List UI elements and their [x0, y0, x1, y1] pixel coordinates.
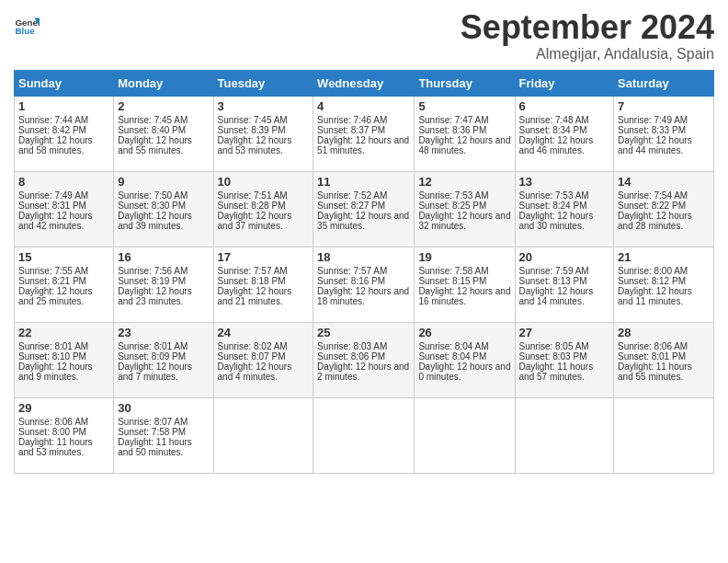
sunset: Sunset: 8:06 PM [317, 351, 385, 362]
sunrise: Sunrise: 8:01 AM [18, 341, 88, 351]
sunrise: Sunrise: 7:47 AM [418, 115, 488, 125]
sunset: Sunset: 8:25 PM [418, 201, 486, 211]
daylight: Daylight: 12 hours and 46 minutes. [519, 135, 594, 155]
sunrise: Sunrise: 7:58 AM [418, 266, 488, 276]
calendar-body: 1Sunrise: 7:44 AMSunset: 8:42 PMDaylight… [15, 96, 714, 473]
sunrise: Sunrise: 7:56 AM [118, 266, 188, 276]
logo: General Blue [14, 13, 40, 39]
sunset: Sunset: 8:07 PM [218, 351, 286, 362]
sunrise: Sunrise: 7:51 AM [218, 190, 288, 201]
day-number: 8 [18, 175, 109, 189]
sunset: Sunset: 8:24 PM [519, 201, 587, 211]
day-number: 15 [18, 250, 109, 264]
sunrise: Sunrise: 8:06 AM [618, 341, 688, 351]
calendar-cell: 10Sunrise: 7:51 AMSunset: 8:28 PMDayligh… [213, 171, 313, 247]
sunrise: Sunrise: 7:48 AM [519, 115, 589, 125]
daylight: Daylight: 12 hours and 7 minutes. [118, 362, 192, 382]
day-number: 17 [218, 250, 310, 264]
day-number: 25 [317, 326, 410, 339]
sunset: Sunset: 8:27 PM [317, 201, 385, 211]
sunset: Sunset: 8:42 PM [18, 125, 86, 135]
day-number: 21 [618, 250, 710, 264]
daylight: Daylight: 12 hours and 28 minutes. [618, 211, 692, 231]
daylight: Daylight: 12 hours and 58 minutes. [18, 135, 93, 155]
daylight: Daylight: 12 hours and 39 minutes. [118, 211, 192, 231]
sunrise: Sunrise: 8:01 AM [118, 341, 188, 351]
sunrise: Sunrise: 8:04 AM [418, 341, 488, 351]
day-number: 2 [118, 99, 209, 113]
daylight: Daylight: 11 hours and 50 minutes. [118, 437, 192, 457]
calendar-cell: 9Sunrise: 7:50 AMSunset: 8:30 PMDaylight… [114, 171, 213, 247]
sunset: Sunset: 8:03 PM [519, 351, 587, 362]
day-number: 18 [317, 250, 410, 264]
day-number: 23 [118, 326, 209, 339]
calendar-row: 29Sunrise: 8:06 AMSunset: 8:00 PMDayligh… [15, 397, 714, 473]
sunset: Sunset: 8:22 PM [618, 201, 686, 211]
calendar-row: 8Sunrise: 7:49 AMSunset: 8:31 PMDaylight… [15, 171, 714, 247]
sunset: Sunset: 8:31 PM [18, 201, 86, 211]
col-saturday: Saturday [614, 70, 714, 96]
daylight: Daylight: 12 hours and 51 minutes. [317, 135, 409, 155]
month-title: September 2024 [461, 9, 714, 46]
sunset: Sunset: 8:01 PM [618, 351, 686, 362]
header: General Blue September 2024 Almegijar, A… [14, 9, 714, 63]
sunset: Sunset: 8:15 PM [418, 276, 486, 286]
calendar-row: 1Sunrise: 7:44 AMSunset: 8:42 PMDaylight… [15, 96, 714, 171]
sunrise: Sunrise: 7:49 AM [618, 115, 688, 125]
day-number: 30 [118, 401, 209, 415]
calendar-cell: 18Sunrise: 7:57 AMSunset: 8:16 PMDayligh… [313, 247, 415, 322]
sunset: Sunset: 8:33 PM [618, 125, 686, 135]
calendar-cell: 22Sunrise: 8:01 AMSunset: 8:10 PMDayligh… [15, 322, 114, 397]
sunset: Sunset: 8:12 PM [618, 276, 686, 286]
sunrise: Sunrise: 7:52 AM [317, 190, 387, 201]
daylight: Daylight: 12 hours and 21 minutes. [218, 286, 292, 306]
daylight: Daylight: 12 hours and 9 minutes. [18, 362, 93, 382]
sunrise: Sunrise: 8:06 AM [18, 417, 88, 427]
sunrise: Sunrise: 7:45 AM [218, 115, 288, 125]
calendar-cell: 25Sunrise: 8:03 AMSunset: 8:06 PMDayligh… [313, 322, 415, 397]
calendar-row: 15Sunrise: 7:55 AMSunset: 8:21 PMDayligh… [15, 247, 714, 322]
calendar-cell: 14Sunrise: 7:54 AMSunset: 8:22 PMDayligh… [614, 171, 714, 247]
daylight: Daylight: 12 hours and 11 minutes. [618, 286, 692, 306]
daylight: Daylight: 12 hours and 14 minutes. [519, 286, 594, 306]
header-row: Sunday Monday Tuesday Wednesday Thursday… [15, 70, 714, 96]
location-subtitle: Almegijar, Andalusia, Spain [461, 46, 714, 63]
title-block: September 2024 Almegijar, Andalusia, Spa… [461, 9, 714, 63]
sunset: Sunset: 8:40 PM [118, 125, 186, 135]
sunrise: Sunrise: 7:55 AM [18, 266, 88, 276]
day-number: 5 [418, 99, 510, 113]
sunrise: Sunrise: 7:57 AM [317, 266, 387, 276]
svg-text:Blue: Blue [15, 26, 35, 36]
day-number: 22 [18, 326, 109, 339]
calendar-cell: 20Sunrise: 7:59 AMSunset: 8:13 PMDayligh… [515, 247, 614, 322]
calendar-cell: 12Sunrise: 7:53 AMSunset: 8:25 PMDayligh… [415, 171, 515, 247]
col-sunday: Sunday [15, 70, 114, 96]
sunrise: Sunrise: 8:02 AM [218, 341, 288, 351]
sunset: Sunset: 8:13 PM [519, 276, 587, 286]
day-number: 12 [418, 175, 510, 189]
day-number: 14 [618, 175, 710, 189]
daylight: Daylight: 12 hours and 35 minutes. [317, 211, 409, 231]
calendar-cell [313, 397, 415, 473]
sunset: Sunset: 8:37 PM [317, 125, 385, 135]
calendar-cell: 21Sunrise: 8:00 AMSunset: 8:12 PMDayligh… [614, 247, 714, 322]
daylight: Daylight: 12 hours and 55 minutes. [118, 135, 192, 155]
sunrise: Sunrise: 7:54 AM [618, 190, 688, 201]
calendar-cell: 8Sunrise: 7:49 AMSunset: 8:31 PMDaylight… [15, 171, 114, 247]
calendar-table: Sunday Monday Tuesday Wednesday Thursday… [14, 70, 714, 474]
sunrise: Sunrise: 7:57 AM [218, 266, 288, 276]
calendar-cell [614, 397, 714, 473]
sunrise: Sunrise: 7:59 AM [519, 266, 589, 276]
day-number: 7 [618, 99, 710, 113]
daylight: Daylight: 11 hours and 53 minutes. [18, 437, 93, 457]
daylight: Daylight: 11 hours and 57 minutes. [519, 362, 594, 382]
sunset: Sunset: 7:58 PM [118, 427, 186, 437]
col-friday: Friday [515, 70, 614, 96]
daylight: Daylight: 11 hours and 55 minutes. [618, 362, 692, 382]
calendar-cell: 30Sunrise: 8:07 AMSunset: 7:58 PMDayligh… [114, 397, 213, 473]
daylight: Daylight: 12 hours and 16 minutes. [418, 286, 510, 306]
sunrise: Sunrise: 8:00 AM [618, 266, 688, 276]
sunset: Sunset: 8:36 PM [418, 125, 486, 135]
daylight: Daylight: 12 hours and 2 minutes. [317, 362, 409, 382]
day-number: 16 [118, 250, 209, 264]
